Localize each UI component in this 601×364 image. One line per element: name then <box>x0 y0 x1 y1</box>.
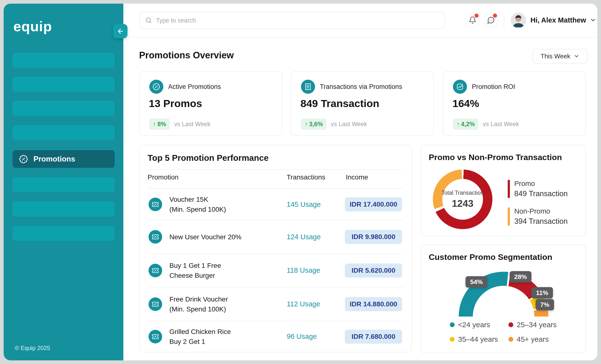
legend-label: 25–34 years <box>517 321 557 329</box>
copyright: © Equip 2025 <box>15 345 50 351</box>
table-row: Grilled Chicken RiceBuy 2 Get 1 96 Usage… <box>148 321 403 352</box>
stat-label: Transactions via Promotions <box>320 80 402 94</box>
chart-title: Customer Promo Segmentation <box>429 252 552 262</box>
promotion-name: Voucher 15K(Min. Spend 100K) <box>169 195 226 214</box>
stat-card-roi: Promotion ROI 164% ↑4,2% vs Last Week <box>443 71 586 136</box>
topbar: Hi, Alex Matthew <box>123 4 597 38</box>
table-row: Free Drink Voucher(Min. Spend 100K) 112 … <box>148 287 403 321</box>
income-badge: IDR 14.880.000 <box>345 297 402 311</box>
arrow-up-icon: ↑ <box>457 121 460 128</box>
ticket-percent-icon <box>149 264 162 277</box>
chevron-down-icon <box>590 17 596 23</box>
sidebar-item-placeholder-3[interactable] <box>13 101 115 116</box>
legend-item: <24 years <box>450 321 490 329</box>
table-row: Voucher 15K(Min. Spend 100K) 145 Usage I… <box>148 189 403 220</box>
badge-percent-icon <box>149 80 163 94</box>
search-input[interactable] <box>156 17 444 24</box>
chevron-down-icon <box>574 53 580 59</box>
main-area: Hi, Alex Matthew Promotions Overview Thi… <box>123 4 597 360</box>
legend-value: 849 Transaction <box>514 189 568 198</box>
usage-count: 124 Usage <box>287 233 321 241</box>
stat-label: Promotion ROI <box>472 80 515 94</box>
sidebar-item-placeholder-2[interactable] <box>13 77 115 92</box>
stat-card-active-promotions: Active Promotions 13 Promos ↑8% vs Last … <box>139 71 282 136</box>
page-title: Promotions Overview <box>139 50 234 60</box>
badge-percent-icon <box>19 155 28 164</box>
sidebar-item-label: Promotions <box>33 155 75 164</box>
sidebar-item-placeholder-4[interactable] <box>13 125 115 140</box>
legend-marker-nonpromo <box>508 207 510 226</box>
greeting-text: Hi, Alex Matthew <box>531 16 586 24</box>
sidebar: equip Promotions © Equip 2025 <box>4 4 123 360</box>
delta-badge: ↑8% <box>149 118 170 130</box>
donut-center: Total Transaction 1243 <box>433 169 492 229</box>
sidebar-collapse-button[interactable] <box>113 24 128 38</box>
promotion-name: Buy 1 Get 1 FreeCheese Burger <box>169 261 221 280</box>
legend-label: 45+ years <box>517 335 549 344</box>
delta-comparison: vs Last Week <box>331 121 367 128</box>
ticket-percent-icon <box>149 330 162 344</box>
promotion-name: New User Voucher 20% <box>169 232 241 242</box>
legend-dot <box>450 337 455 342</box>
promotion-name: Free Drink Voucher(Min. Spend 100K) <box>169 294 228 314</box>
delta-comparison: vs Last Week <box>483 121 519 128</box>
legend-label: <24 years <box>458 321 490 329</box>
delta-badge: ↑4,2% <box>453 118 478 130</box>
customer-segmentation-card: Customer Promo Segmentation 54% 28% 11% … <box>421 245 586 353</box>
arrow-left-icon <box>117 28 124 35</box>
usage-count: 112 Usage <box>287 300 320 308</box>
legend-item: 25–34 years <box>508 321 557 329</box>
chart-icon <box>453 80 467 94</box>
notification-badge <box>474 14 479 18</box>
legend-dot <box>450 322 455 327</box>
gauge-label: 54% <box>466 276 487 288</box>
legend-label: Non-Promo <box>514 207 550 215</box>
logo: equip <box>13 18 52 34</box>
gauge-label: 11% <box>531 287 553 299</box>
promo-vs-nonpromo-card: Promo vs Non-Promo Transaction Total Tra… <box>421 145 586 236</box>
sidebar-item-placeholder-1[interactable] <box>13 53 115 68</box>
messages-button[interactable] <box>483 13 499 28</box>
ticket-percent-icon <box>149 230 162 244</box>
promotion-name: Grilled Chicken RiceBuy 2 Get 1 <box>169 327 231 346</box>
ticket-percent-icon <box>149 198 162 211</box>
income-badge: IDR 9.980.000 <box>345 230 402 244</box>
avatar[interactable] <box>511 13 526 28</box>
gauge-label: 7% <box>536 299 554 310</box>
stat-value: 13 Promos <box>149 98 202 109</box>
search-bar[interactable] <box>139 12 445 29</box>
stat-card-transactions: Transactions via Promotions 849 Transact… <box>291 71 434 136</box>
promotion-performance-card: Top 5 Promotion Performance Promotion Tr… <box>139 145 412 352</box>
legend-dot <box>508 337 513 342</box>
legend-label: Promo <box>514 180 535 188</box>
search-icon <box>145 17 152 24</box>
delta-badge: ↑3,6% <box>301 118 326 130</box>
usage-count: 96 Usage <box>287 333 317 341</box>
receipt-icon <box>301 80 315 94</box>
topbar-divider <box>504 15 504 26</box>
stat-value: 849 Transaction <box>300 98 379 109</box>
legend-label: 35–44 years <box>458 335 498 344</box>
column-header-promotion: Promotion <box>148 173 179 181</box>
income-badge: IDR 7.680.000 <box>345 330 402 344</box>
legend-value: 394 Transaction <box>514 217 568 226</box>
period-selector[interactable]: This Week <box>533 49 587 63</box>
delta-comparison: vs Last Week <box>174 121 210 128</box>
column-header-transactions: Transactions <box>287 173 325 181</box>
message-badge <box>493 14 497 18</box>
sidebar-item-placeholder-6[interactable] <box>13 201 115 216</box>
sidebar-item-promotions[interactable]: Promotions <box>13 150 115 168</box>
chart-title: Promo vs Non-Promo Transaction <box>429 153 562 162</box>
legend-dot <box>508 322 513 327</box>
sidebar-item-placeholder-5[interactable] <box>13 177 115 192</box>
usage-count: 145 Usage <box>287 200 321 208</box>
legend-item: 35–44 years <box>450 335 498 344</box>
sidebar-item-placeholder-7[interactable] <box>13 226 115 241</box>
arrow-up-icon: ↑ <box>153 121 156 128</box>
user-menu[interactable]: Hi, Alex Matthew <box>531 13 596 28</box>
period-label: This Week <box>541 53 570 60</box>
notifications-button[interactable] <box>465 13 480 28</box>
stat-value: 164% <box>452 98 479 109</box>
gauge-label: 28% <box>510 271 531 283</box>
legend-marker-promo <box>508 180 510 198</box>
